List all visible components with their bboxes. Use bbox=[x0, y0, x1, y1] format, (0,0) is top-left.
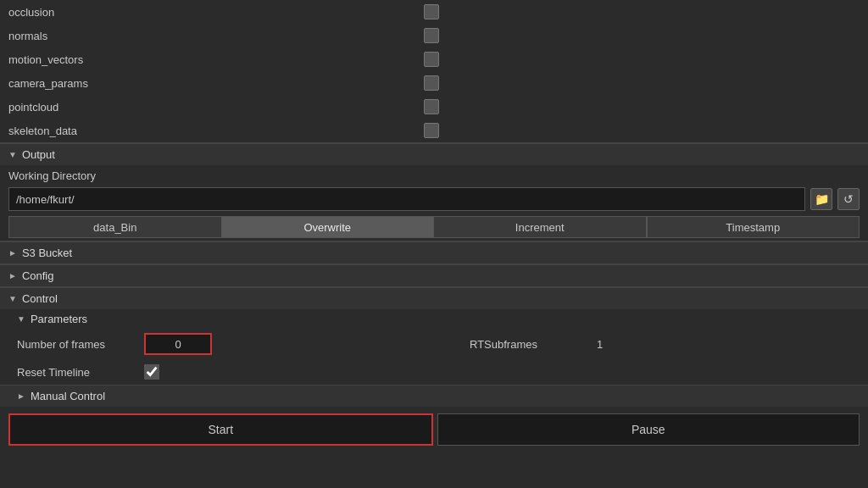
folder-button[interactable]: 📁 bbox=[810, 188, 832, 210]
pointcloud-row: pointcloud bbox=[0, 95, 868, 119]
s3-arrow-icon: ► bbox=[8, 248, 17, 258]
control-section-header[interactable]: ▼ Control bbox=[0, 287, 868, 309]
config-section-header[interactable]: ► Config bbox=[0, 264, 868, 286]
occlusion-row: occlusion bbox=[0, 0, 868, 24]
skeleton-data-row: skeleton_data bbox=[0, 119, 868, 142]
camera-params-checkbox[interactable] bbox=[424, 75, 439, 91]
output-section-title: Output bbox=[22, 148, 55, 161]
parameters-header[interactable]: ▼ Parameters bbox=[0, 309, 868, 329]
manual-control-arrow-icon: ► bbox=[17, 391, 25, 401]
start-label: Start bbox=[208, 423, 233, 436]
reset-timeline-row: Reset Timeline bbox=[0, 359, 868, 385]
pause-label: Pause bbox=[632, 423, 665, 436]
rtsubframes-container: RTSubframes 1 bbox=[470, 338, 860, 351]
skeleton-data-label: skeleton_data bbox=[8, 125, 127, 137]
tab-increment[interactable]: Increment bbox=[433, 216, 647, 238]
pointcloud-checkbox[interactable] bbox=[424, 99, 439, 114]
s3-section-header[interactable]: ► S3 Bucket bbox=[0, 241, 868, 263]
refresh-icon: ↺ bbox=[843, 192, 854, 206]
motion-vectors-row: motion_vectors bbox=[0, 47, 868, 71]
normals-label: normals bbox=[8, 30, 127, 42]
s3-section-title: S3 Bucket bbox=[22, 247, 72, 259]
motion-vectors-label: motion_vectors bbox=[8, 53, 127, 66]
rtsubframes-label: RTSubframes bbox=[470, 338, 597, 351]
manual-control-header[interactable]: ► Manual Control bbox=[0, 385, 868, 407]
main-panel: occlusion normals motion_vectors camera_… bbox=[0, 0, 868, 488]
refresh-button[interactable]: ↺ bbox=[837, 188, 860, 210]
control-section: ▼ Control ▼ Parameters Number of frames … bbox=[0, 287, 868, 488]
normals-row: normals bbox=[0, 24, 868, 47]
output-tabs-row: data_Bin Overwrite Increment Timestamp bbox=[0, 214, 868, 241]
tab-timestamp[interactable]: Timestamp bbox=[647, 216, 860, 238]
output-section-header[interactable]: ▼ Output bbox=[0, 143, 868, 165]
reset-timeline-checkbox-cell bbox=[144, 364, 212, 380]
config-section-title: Config bbox=[22, 269, 54, 282]
num-frames-input[interactable] bbox=[144, 333, 212, 355]
config-arrow-icon: ► bbox=[8, 271, 17, 280]
tab-overwrite[interactable]: Overwrite bbox=[221, 216, 434, 238]
occlusion-label: occlusion bbox=[8, 6, 127, 19]
working-dir-input[interactable] bbox=[8, 187, 805, 211]
control-arrow-icon: ▼ bbox=[8, 294, 17, 303]
control-buttons-row: Start Pause bbox=[0, 407, 868, 452]
parameters-arrow-icon: ▼ bbox=[17, 314, 25, 324]
checkboxes-section: occlusion normals motion_vectors camera_… bbox=[0, 0, 868, 142]
camera-params-label: camera_params bbox=[8, 77, 127, 90]
reset-timeline-checkbox[interactable] bbox=[144, 364, 159, 380]
start-button[interactable]: Start bbox=[8, 413, 433, 446]
num-frames-label: Number of frames bbox=[8, 338, 144, 351]
reset-timeline-label: Reset Timeline bbox=[8, 366, 144, 379]
output-section: ▼ Output Working Directory 📁 ↺ data_Bin … bbox=[0, 143, 868, 241]
rtsubframes-value: 1 bbox=[597, 338, 648, 351]
pause-button[interactable]: Pause bbox=[437, 413, 860, 446]
control-section-title: Control bbox=[22, 292, 58, 305]
manual-control-title: Manual Control bbox=[31, 390, 105, 402]
parameters-title: Parameters bbox=[31, 313, 87, 325]
output-arrow-icon: ▼ bbox=[8, 150, 17, 159]
pointcloud-label: pointcloud bbox=[8, 101, 127, 114]
working-dir-label: Working Directory bbox=[0, 165, 868, 185]
skeleton-data-checkbox[interactable] bbox=[424, 123, 439, 138]
num-frames-row: Number of frames RTSubframes 1 bbox=[0, 329, 868, 359]
normals-checkbox[interactable] bbox=[424, 28, 439, 43]
working-dir-row: 📁 ↺ bbox=[0, 185, 868, 214]
motion-vectors-checkbox[interactable] bbox=[424, 52, 439, 67]
camera-params-row: camera_params bbox=[0, 71, 868, 95]
tab-data-bin[interactable]: data_Bin bbox=[8, 216, 221, 238]
folder-icon: 📁 bbox=[815, 192, 829, 206]
occlusion-checkbox[interactable] bbox=[424, 4, 439, 19]
